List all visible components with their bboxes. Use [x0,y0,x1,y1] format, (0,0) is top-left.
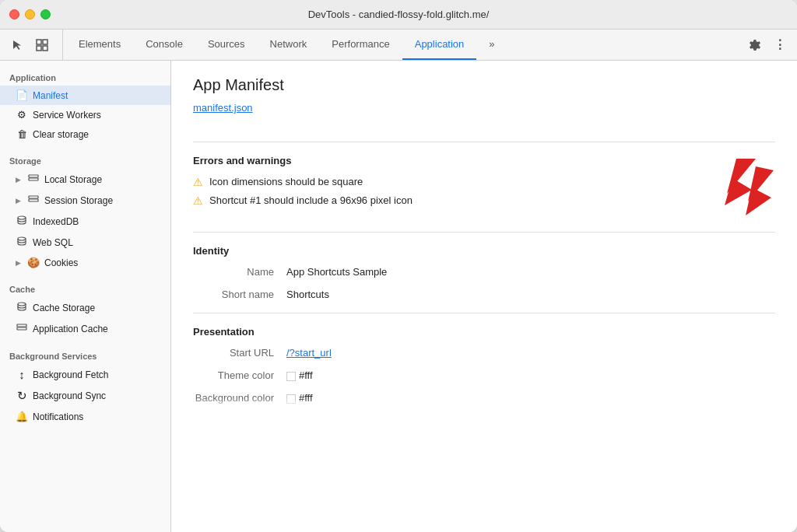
svg-rect-0 [37,40,41,44]
titlebar: DevTools - candied-flossy-fold.glitch.me… [0,0,797,30]
sidebar-item-session-storage[interactable]: ▶ Session Storage [0,190,170,211]
sidebar-section-cache: Cache [0,272,170,297]
minimize-button[interactable] [25,9,35,19]
sidebar-item-bg-fetch[interactable]: ↕ Background Fetch [0,364,170,385]
red-arrows-svg [682,155,775,217]
presentation-section: Presentation Start URL /?start_url Theme… [193,326,775,409]
svg-rect-1 [43,40,47,44]
divider [193,142,775,142]
inspect-icon[interactable] [31,34,53,56]
tab-elements[interactable]: Elements [66,30,133,60]
error-text-1: Icon dimensions should be square [209,176,363,187]
tab-more[interactable]: » [476,30,507,60]
toolbar-right: ⋮ [744,30,791,60]
sidebar-item-manifest[interactable]: 📄 Manifest [0,86,170,105]
toolbar: Elements Console Sources Network Perform… [0,30,797,61]
maximize-button[interactable] [40,9,51,19]
start-url-row: Start URL /?start_url [193,347,775,359]
svg-point-9 [18,237,26,240]
sidebar-item-bg-sync[interactable]: ↻ Background Sync [0,385,170,407]
expand-arrow-icon: ▶ [16,176,21,184]
svg-rect-3 [43,46,47,51]
warning-icon-1: ⚠ [193,176,203,188]
theme-color-value: #fff [286,369,313,381]
expand-arrow-icon: ▶ [16,259,21,267]
svg-rect-2 [37,46,41,51]
more-options-icon[interactable]: ⋮ [769,34,791,56]
manifest-link[interactable]: manifest.json [193,102,253,114]
expand-arrow-icon: ▶ [16,197,21,205]
sidebar-item-notifications[interactable]: 🔔 Notifications [0,407,170,426]
local-storage-icon [27,173,40,186]
start-url-value[interactable]: /?start_url [286,347,332,359]
devtools-window: DevTools - candied-flossy-fold.glitch.me… [0,0,797,532]
name-value: App Shortcuts Sample [286,266,387,278]
sidebar-item-indexeddb[interactable]: IndexedDB [0,211,170,232]
divider-2 [193,232,775,233]
sidebar-item-service-workers[interactable]: ⚙ Service Workers [0,105,170,124]
main-tabs: Elements Console Sources Network Perform… [66,30,507,60]
sidebar-item-cookies[interactable]: ▶ 🍪 Cookies [0,253,170,272]
session-storage-icon [27,194,40,207]
manifest-icon: 📄 [16,89,28,101]
settings-icon[interactable] [744,34,766,56]
sidebar-section-application: Application [0,61,170,86]
svg-rect-4 [29,175,38,177]
short-name-value: Shortcuts [286,289,329,300]
tab-network[interactable]: Network [258,30,320,60]
error-item-1: ⚠ Icon dimensions should be square [193,176,682,188]
sidebar-item-cache-storage[interactable]: Cache Storage [0,297,170,318]
tab-console[interactable]: Console [133,30,195,60]
app-cache-icon [16,322,28,335]
svg-rect-7 [29,199,38,201]
indexeddb-icon [16,215,28,228]
sidebar-item-local-storage[interactable]: ▶ Local Storage [0,169,170,190]
bg-color-label: Background color [193,392,286,409]
tab-performance[interactable]: Performance [319,30,402,60]
sidebar-section-bg-services: Background Services [0,339,170,364]
notifications-icon: 🔔 [16,411,28,422]
svg-point-10 [18,303,26,306]
cursor-icon[interactable] [6,34,28,56]
cache-storage-icon [16,301,28,314]
svg-marker-14 [725,178,752,205]
tab-application[interactable]: Application [402,30,477,60]
bg-color-row: Background color #fff [193,392,775,409]
sidebar-item-app-cache[interactable]: Application Cache [0,318,170,339]
service-workers-icon: ⚙ [16,109,28,121]
close-button[interactable] [9,9,19,19]
window-title: DevTools - candied-flossy-fold.glitch.me… [308,9,490,20]
errors-heading: Errors and warnings [193,155,682,166]
error-text-2: Shortcut #1 should include a 96x96 pixel… [209,194,413,206]
sidebar: Application 📄 Manifest ⚙ Service Workers… [0,61,171,532]
sidebar-item-websql[interactable]: Web SQL [0,232,170,253]
svg-point-8 [18,216,26,219]
bg-sync-icon: ↻ [16,389,28,403]
error-item-2: ⚠ Shortcut #1 should include a 96x96 pix… [193,194,682,207]
svg-rect-5 [29,178,38,180]
sidebar-section-storage: Storage [0,144,170,169]
identity-short-name-row: Short name Shortcuts [193,289,775,300]
traffic-lights [9,9,51,19]
bg-color-value: #fff [286,392,313,409]
svg-rect-6 [29,196,38,198]
identity-name-row: Name App Shortcuts Sample [193,266,775,278]
name-label: Name [193,266,286,278]
sidebar-item-clear-storage[interactable]: 🗑 Clear storage [0,124,170,144]
divider-3 [193,313,775,313]
warning-icon-2: ⚠ [193,194,203,207]
short-name-label: Short name [193,289,286,300]
presentation-heading: Presentation [193,326,775,338]
errors-section: Errors and warnings ⚠ Icon dimensions sh… [193,155,775,219]
main-area: Application 📄 Manifest ⚙ Service Workers… [0,61,797,532]
tab-sources[interactable]: Sources [195,30,258,60]
theme-color-label: Theme color [193,369,286,381]
content-panel: App Manifest manifest.json Errors and wa… [171,61,797,532]
clear-storage-icon: 🗑 [16,128,28,140]
toolbar-nav-icons [6,30,63,60]
svg-marker-16 [746,187,771,215]
identity-section: Identity Name App Shortcuts Sample Short… [193,245,775,300]
svg-rect-12 [17,327,26,330]
start-url-label: Start URL [193,347,286,359]
theme-color-row: Theme color #fff [193,369,775,381]
